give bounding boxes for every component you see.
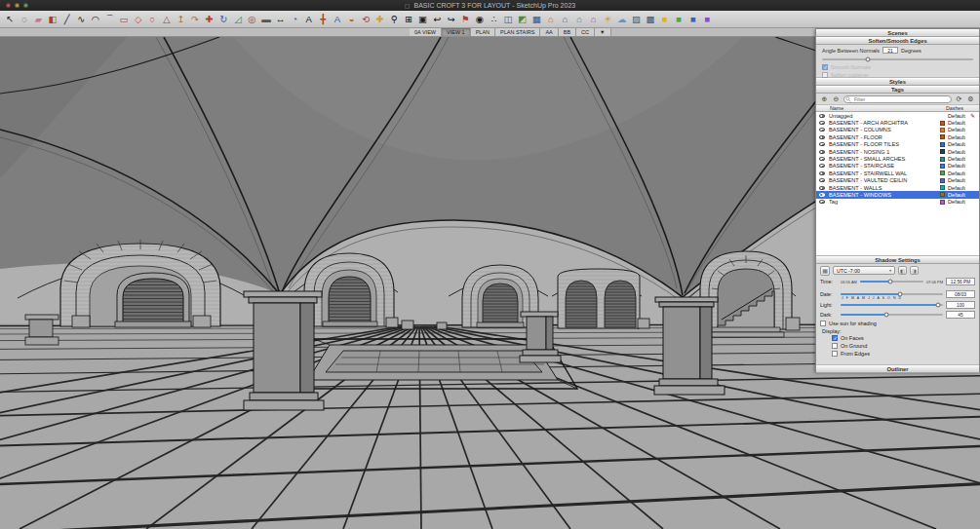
scene-tab-bb[interactable]: BB [559,28,576,36]
tag-dashes-value[interactable]: Default [948,156,970,162]
tool-dimension-icon[interactable]: ↔ [273,12,288,26]
time-slider[interactable] [860,278,923,286]
tag-row[interactable]: BASEMENT - ARCH ARCHITRADefault [816,119,979,126]
tag-color-swatch[interactable] [940,142,945,147]
tool-orbit-icon[interactable]: ⟲ [359,12,373,26]
tool-threed-text-icon[interactable]: A [331,12,345,26]
visibility-eye-icon[interactable] [819,186,825,190]
tag-dashes-value[interactable]: Default [948,192,970,198]
tag-color-swatch[interactable] [940,164,945,169]
tool-eraser-icon[interactable]: ▰ [31,12,46,26]
tag-row[interactable]: UntaggedDefault✎ [816,112,979,119]
tool-view-iso-icon[interactable]: ◩ [515,12,529,26]
visibility-eye-icon[interactable] [819,200,825,204]
arch-staircase[interactable] [700,251,792,337]
scenes-section-header[interactable]: Scenes [816,29,979,37]
tag-dashes-value[interactable]: Default [948,127,970,132]
left-pier[interactable] [244,291,324,410]
tool-view-back-icon[interactable]: ⌂ [572,12,587,26]
dark-slider[interactable] [841,311,943,320]
tool-rotated-rectangle-icon[interactable]: ◇ [131,12,145,26]
tag-row[interactable]: BASEMENT - WINDOWSDefault [816,191,979,198]
tag-row[interactable]: TagDefault [816,199,979,206]
tool-offset-icon[interactable]: ◎ [245,12,259,26]
shadow-detail-left-button[interactable]: ◧ [898,266,907,275]
soften-coplanar-checkbox[interactable]: Soften coplanar [820,71,975,79]
visibility-eye-icon[interactable] [819,150,825,154]
outliner-section-header[interactable]: Outliner [816,365,979,373]
tool-style-3-icon[interactable]: ■ [686,12,701,26]
tool-rotate-icon[interactable]: ↻ [216,12,231,26]
date-value-field[interactable]: 08/03 [946,290,975,298]
smooth-normals-checkbox[interactable]: Smooth Normals [820,63,975,71]
tool-scale-icon[interactable]: ◿ [231,12,246,26]
tag-color-swatch[interactable] [940,149,945,154]
tool-follow-me-icon[interactable]: ↷ [188,12,203,26]
soften-section-header[interactable]: Soften/Smooth Edges [816,37,979,45]
tool-section-plane-icon[interactable]: ◒ [344,12,359,26]
tool-next-view-icon[interactable]: ↪ [444,12,458,26]
arch-left-mid[interactable] [304,253,394,326]
tool-select-icon[interactable]: ↖ [3,12,18,26]
tag-color-swatch[interactable] [940,157,945,162]
close-button[interactable] [6,3,11,8]
add-tag-button[interactable]: ⊕ [820,94,829,103]
tag-color-swatch[interactable] [940,178,945,183]
visibility-eye-icon[interactable] [819,171,825,175]
scene-tab-view-1[interactable]: VIEW 1 [442,28,471,36]
arch-right-mid-pair[interactable] [558,269,640,328]
tool-look-around-icon[interactable]: ◉ [473,12,488,26]
tool-walk-icon[interactable]: ∴ [487,12,501,26]
shadows-toggle-button[interactable]: ▦ [820,266,830,276]
from-edges-checkbox[interactable]: From Edges [818,350,977,358]
tag-color-swatch[interactable] [940,121,945,126]
angle-value-field[interactable]: 21 [882,47,898,54]
tool-view-front-icon[interactable]: ⌂ [544,12,559,26]
tool-tape-measure-icon[interactable]: ▬ [259,12,274,26]
tool-arc-icon[interactable]: ◠ [89,12,103,26]
tool-shadows-icon[interactable]: ☀ [601,12,615,26]
tool-rectangle-icon[interactable]: ▭ [117,12,132,26]
tool-axes-icon[interactable]: ╋ [316,12,331,26]
tool-zoom-icon[interactable]: ⚲ [387,12,402,26]
tool-polygon-icon[interactable]: △ [160,12,175,26]
tool-style-2-icon[interactable]: ■ [672,12,686,26]
remove-tag-button[interactable]: ⊖ [832,94,841,103]
visibility-eye-icon[interactable] [819,135,825,139]
tags-section-header[interactable]: Tags [816,86,979,94]
scene-tab-plan[interactable]: PLAN [471,28,495,36]
arch-far-left[interactable] [60,240,220,327]
tag-dashes-value[interactable]: Default [948,170,970,176]
visibility-eye-icon[interactable] [819,193,825,197]
tool-view-top-icon[interactable]: ▦ [529,12,544,26]
scene-tab-aa[interactable]: AA [540,28,558,36]
scene-tab--[interactable]: ▼ [595,28,610,36]
tool-freehand-icon[interactable]: ∿ [74,12,89,26]
scene-tab-plan-stairs[interactable]: PLAN STAIRS [495,28,540,36]
scene-tab-0a-view[interactable]: 0A VIEW [410,28,442,36]
purge-tags-button[interactable]: ⟳ [955,94,963,103]
tool-paint-bucket-icon[interactable]: ◧ [46,12,60,26]
tool-view-right-icon[interactable]: ⌂ [558,12,572,26]
tool-text-icon[interactable]: A [301,12,316,26]
tag-dashes-value[interactable]: Default [948,113,970,119]
tag-color-swatch[interactable] [940,200,945,205]
tool-push-pull-icon[interactable]: ↥ [174,12,188,26]
tag-dashes-value[interactable]: Default [948,149,970,155]
tool-style-4-icon[interactable]: ■ [700,12,715,26]
tag-row[interactable]: BASEMENT - WALLSDefault [816,184,979,191]
minimize-button[interactable] [15,3,20,8]
tag-row[interactable]: BASEMENT - COLUMNSDefault [816,127,979,133]
tag-dashes-value[interactable]: Default [948,134,970,140]
tool-make-component-icon[interactable]: ◫ [501,12,516,26]
on-faces-checkbox[interactable]: On Faces [818,334,977,342]
tag-row[interactable]: BASEMENT - STAIRWELL WALDefault [816,170,979,176]
angle-slider[interactable] [822,55,973,63]
tool-position-camera-icon[interactable]: ⚑ [458,12,473,26]
shadow-detail-right-button[interactable]: ◨ [910,266,919,275]
dashes-column-header[interactable]: Dashes [946,105,979,111]
light-value-field[interactable]: 100 [946,301,975,309]
tool-circle-icon[interactable]: ○ [145,12,160,26]
tool-zoom-window-icon[interactable]: ⊞ [402,12,416,26]
tool-fog-icon[interactable]: ☁ [615,12,630,26]
